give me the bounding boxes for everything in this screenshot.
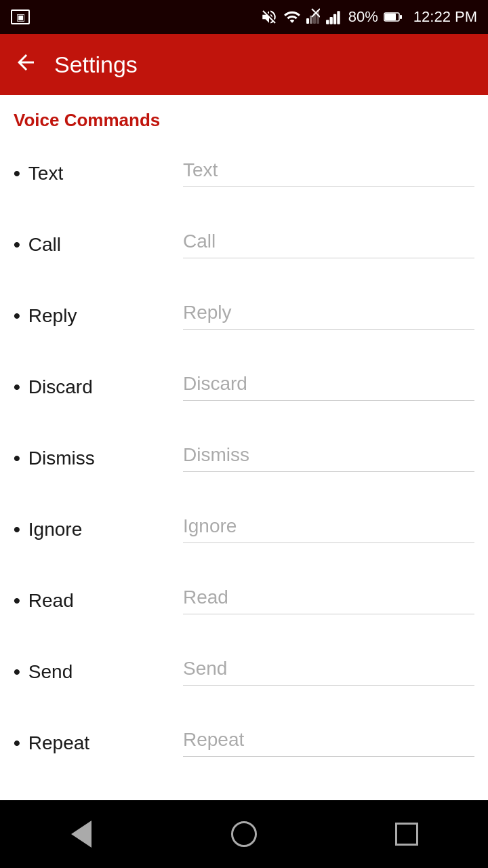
- label-text-read: Read: [28, 590, 74, 612]
- command-row-ignore: • Ignore: [0, 494, 488, 565]
- recents-nav-icon: [395, 823, 418, 846]
- command-input-wrapper-reply: [183, 302, 474, 330]
- app-bar-title: Settings: [54, 52, 138, 78]
- command-input-wrapper-dismiss: [183, 444, 474, 472]
- bullet-2: •: [14, 305, 20, 327]
- command-input-wrapper-repeat: [183, 729, 474, 757]
- command-input-call[interactable]: [183, 231, 474, 252]
- command-row-text: • Text: [0, 138, 488, 209]
- command-label-ignore: • Ignore: [14, 519, 183, 540]
- command-row-discard: • Discard: [0, 351, 488, 422]
- command-input-repeat[interactable]: [183, 729, 474, 751]
- label-text-ignore: Ignore: [28, 519, 82, 540]
- command-input-wrapper-discard: [183, 373, 474, 401]
- command-label-reply: • Reply: [14, 305, 183, 327]
- back-nav-button[interactable]: [54, 807, 108, 861]
- command-input-wrapper-send: [183, 658, 474, 686]
- data-icon: [306, 8, 320, 26]
- command-label-call: • Call: [14, 234, 183, 256]
- command-row-reply: • Reply: [0, 280, 488, 351]
- command-row-call: • Call: [0, 209, 488, 280]
- command-input-dismiss[interactable]: [183, 444, 474, 466]
- home-nav-button[interactable]: [217, 807, 271, 861]
- wifi-icon: [283, 8, 301, 26]
- label-text-reply: Reply: [28, 305, 77, 327]
- command-input-wrapper-read: [183, 587, 474, 614]
- svg-rect-12: [400, 15, 402, 19]
- content-area: Voice Commands • Text • Call • Reply: [0, 95, 488, 800]
- section-title: Voice Commands: [14, 110, 160, 130]
- label-text-send: Send: [28, 661, 73, 683]
- bullet-5: •: [14, 519, 20, 540]
- bullet-4: •: [14, 448, 20, 469]
- back-nav-icon: [71, 821, 92, 848]
- bullet-7: •: [14, 661, 20, 683]
- back-button[interactable]: [14, 50, 38, 79]
- bullet-3: •: [14, 376, 20, 398]
- command-input-wrapper-call: [183, 231, 474, 258]
- status-time: 12:22 PM: [413, 8, 477, 26]
- command-input-ignore[interactable]: [183, 515, 474, 537]
- battery-icon: [384, 8, 403, 26]
- command-label-repeat: • Repeat: [14, 732, 183, 754]
- bullet-1: •: [14, 234, 20, 256]
- home-nav-icon: [231, 821, 257, 847]
- command-row-send: • Send: [0, 636, 488, 707]
- bullet-6: •: [14, 590, 20, 612]
- gallery-icon: ▣: [11, 9, 30, 24]
- command-input-reply[interactable]: [183, 302, 474, 323]
- command-row-read: • Read: [0, 565, 488, 636]
- command-label-dismiss: • Dismiss: [14, 448, 183, 469]
- label-text-call: Call: [28, 234, 61, 256]
- status-bar-left-icon: ▣: [11, 0, 30, 34]
- app-bar: Settings: [0, 34, 488, 95]
- bullet-0: •: [14, 163, 20, 184]
- status-bar: ▣ 80%: [0, 0, 488, 34]
- command-input-read[interactable]: [183, 587, 474, 608]
- svg-rect-7: [329, 17, 332, 24]
- command-row-repeat: • Repeat: [0, 707, 488, 778]
- label-text-repeat: Repeat: [28, 732, 89, 754]
- svg-rect-6: [326, 20, 329, 24]
- svg-rect-8: [333, 14, 336, 24]
- command-input-text[interactable]: [183, 159, 474, 181]
- battery-percent: 80%: [348, 8, 378, 26]
- svg-rect-9: [337, 11, 340, 24]
- svg-rect-0: [306, 18, 309, 24]
- label-text-dismiss: Dismiss: [28, 448, 95, 469]
- commands-list: • Text • Call • Reply •: [0, 138, 488, 778]
- command-label-send: • Send: [14, 661, 183, 683]
- command-label-text: • Text: [14, 163, 183, 184]
- command-label-discard: • Discard: [14, 376, 183, 398]
- command-input-wrapper-text: [183, 159, 474, 187]
- command-row-dismiss: • Dismiss: [0, 422, 488, 494]
- signal-icon: [325, 8, 343, 26]
- command-label-read: • Read: [14, 590, 183, 612]
- bottom-nav: [0, 800, 488, 868]
- mute-icon: [260, 8, 278, 26]
- label-text-text: Text: [28, 163, 63, 184]
- command-input-send[interactable]: [183, 658, 474, 679]
- label-text-discard: Discard: [28, 376, 93, 398]
- section-header: Voice Commands: [0, 95, 488, 138]
- recents-nav-button[interactable]: [380, 807, 434, 861]
- command-input-discard[interactable]: [183, 373, 474, 395]
- status-icons: 80% 12:22 PM: [260, 8, 477, 26]
- bullet-8: •: [14, 732, 20, 754]
- command-input-wrapper-ignore: [183, 515, 474, 543]
- svg-rect-11: [385, 14, 396, 20]
